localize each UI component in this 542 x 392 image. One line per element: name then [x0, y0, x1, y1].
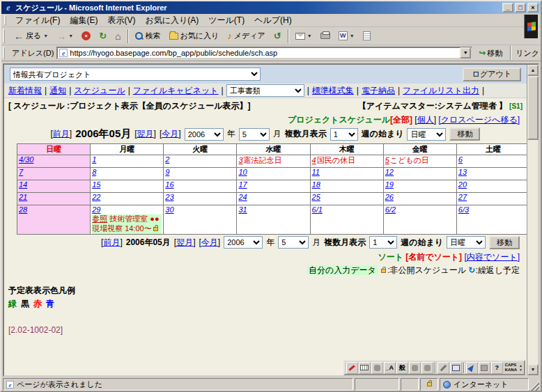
- cross-page-link[interactable]: [クロスページへ移る]: [438, 115, 520, 125]
- date-link[interactable]: 26: [385, 193, 394, 201]
- date-link[interactable]: 13: [458, 168, 467, 176]
- prev-month-link[interactable]: [前月]: [51, 128, 72, 140]
- ime-input-mode-button[interactable]: _A: [384, 362, 396, 374]
- date-link[interactable]: 6/2: [385, 205, 396, 214]
- date-link[interactable]: 14: [19, 180, 27, 189]
- toolbar-grip[interactable]: [3, 29, 5, 43]
- date-link[interactable]: 6: [458, 155, 463, 164]
- stop-button[interactable]: ×: [78, 29, 94, 42]
- nav-link-news[interactable]: 新着情報: [8, 85, 42, 97]
- back-dropdown-icon[interactable]: ▼: [43, 33, 48, 38]
- menu-help[interactable]: ヘルプ(H): [249, 14, 297, 27]
- forward-dropdown-icon[interactable]: ▼: [68, 33, 73, 38]
- menu-favorites[interactable]: お気に入り(A): [140, 14, 203, 27]
- back-button[interactable]: ← 戻る ▼: [10, 29, 52, 44]
- doc-type-select[interactable]: 工事書類: [226, 84, 304, 97]
- date-link[interactable]: 5: [385, 156, 389, 164]
- nav-link-forms[interactable]: 標準様式集: [312, 85, 354, 97]
- schedule-event[interactable]: 参照 技術管理室 ●●現場視察 14:00〜: [92, 214, 162, 234]
- next-month-link[interactable]: [翌月]: [134, 128, 156, 140]
- date-link[interactable]: 24: [238, 193, 247, 201]
- ime-conversion-mode-button[interactable]: 般: [396, 362, 408, 374]
- year-select[interactable]: 2006: [224, 236, 263, 249]
- date-link[interactable]: 15: [92, 180, 100, 189]
- scroll-down-icon[interactable]: ▼: [527, 364, 539, 375]
- date-link[interactable]: 12: [385, 168, 394, 176]
- scrollbar-track[interactable]: [527, 76, 538, 364]
- month-select[interactable]: 5: [239, 128, 270, 141]
- ime-mouse-button[interactable]: [371, 362, 383, 374]
- nav-link-schedule[interactable]: スケジュール: [74, 85, 125, 97]
- date-link[interactable]: 2: [165, 155, 169, 164]
- date-link[interactable]: 29: [92, 205, 100, 214]
- ime-pen-button[interactable]: [346, 362, 358, 374]
- ime-hand-button[interactable]: [409, 362, 421, 374]
- this-month-link[interactable]: [今月]: [160, 128, 181, 140]
- menu-tools[interactable]: ツール(T): [203, 14, 249, 27]
- scrollbar-thumb[interactable]: [527, 76, 539, 140]
- week-start-select[interactable]: 日曜: [407, 128, 446, 141]
- menu-view[interactable]: 表示(V): [102, 14, 140, 27]
- logout-button[interactable]: ログアウト: [463, 68, 521, 81]
- word-dropdown-icon[interactable]: ▼: [350, 33, 355, 38]
- date-link[interactable]: 11: [312, 168, 320, 176]
- mail-dropdown-icon[interactable]: ▼: [307, 33, 312, 38]
- date-link[interactable]: 25: [312, 193, 320, 201]
- date-link[interactable]: 3: [238, 156, 242, 164]
- date-link[interactable]: 7: [19, 168, 23, 176]
- project-select[interactable]: 情報共有プロジェクト: [10, 68, 261, 81]
- move-button[interactable]: 移動: [489, 236, 520, 249]
- maximize-button[interactable]: □: [515, 3, 526, 13]
- next-month-link[interactable]: [翌月]: [174, 237, 196, 249]
- scroll-up-icon[interactable]: ▲: [527, 65, 539, 76]
- date-link[interactable]: 30: [165, 205, 173, 214]
- date-link[interactable]: 22: [92, 193, 100, 201]
- nav-link-filelist[interactable]: ファイルリスト出力: [403, 85, 479, 97]
- date-link[interactable]: 16: [165, 180, 173, 189]
- date-link[interactable]: 4: [312, 156, 316, 164]
- mail-button[interactable]: ▼: [292, 31, 316, 42]
- forward-button[interactable]: → ▼: [53, 29, 77, 44]
- date-link[interactable]: 31: [238, 205, 247, 214]
- date-link[interactable]: 8: [92, 168, 96, 176]
- move-button[interactable]: 移動: [449, 127, 480, 141]
- media-button[interactable]: ♪ メディア: [224, 29, 269, 43]
- date-link[interactable]: 4/30: [19, 155, 33, 164]
- print-button[interactable]: [317, 31, 334, 41]
- vertical-scrollbar[interactable]: ▲ ▼: [527, 65, 538, 375]
- toolbar-grip[interactable]: [4, 15, 6, 25]
- ime-tools-button[interactable]: [438, 362, 449, 374]
- this-month-link[interactable]: [今月]: [199, 237, 220, 249]
- menu-file[interactable]: ファイル(F): [10, 14, 65, 27]
- date-link[interactable]: 10: [238, 168, 247, 176]
- ime-option-button[interactable]: [479, 362, 490, 374]
- date-link[interactable]: 28: [19, 205, 27, 214]
- ime-minimize-arrows[interactable]: ▲ ▼: [519, 363, 522, 372]
- ime-pad-button[interactable]: [450, 362, 462, 374]
- refresh-button[interactable]: ↻: [95, 29, 110, 43]
- date-link[interactable]: 9: [165, 168, 169, 176]
- date-link[interactable]: 17: [238, 180, 247, 189]
- view-personal-link[interactable]: [個人]: [415, 115, 436, 125]
- date-link[interactable]: 21: [19, 193, 27, 201]
- sort-by-name-link[interactable]: [名前でソート]: [405, 252, 462, 262]
- date-link[interactable]: 6/3: [458, 205, 469, 214]
- minimize-button[interactable]: _: [502, 3, 513, 13]
- prev-month-link[interactable]: [前月]: [101, 237, 123, 249]
- date-link[interactable]: 19: [385, 180, 394, 189]
- ime-keyboard-button[interactable]: [359, 362, 371, 374]
- discuss-button[interactable]: [359, 29, 374, 42]
- nav-link-cabinet[interactable]: ファイルキャビネット: [133, 85, 219, 97]
- search-button[interactable]: 検索: [132, 29, 164, 43]
- event-ref-link[interactable]: 参照: [92, 214, 107, 223]
- date-link[interactable]: 23: [165, 193, 173, 201]
- date-link[interactable]: 20: [458, 180, 467, 189]
- week-start-select[interactable]: 日曜: [447, 236, 486, 249]
- close-button[interactable]: ×: [527, 3, 539, 13]
- edit-word-button[interactable]: W ▼: [335, 29, 358, 42]
- date-link[interactable]: 6/1: [312, 205, 323, 214]
- address-dropdown-icon[interactable]: ▼: [460, 47, 471, 58]
- address-input[interactable]: e https://hyogo.basepage.com/bp_app/publ…: [56, 47, 472, 59]
- ime-help-button[interactable]: ?: [491, 362, 503, 374]
- date-link[interactable]: 1: [92, 155, 96, 164]
